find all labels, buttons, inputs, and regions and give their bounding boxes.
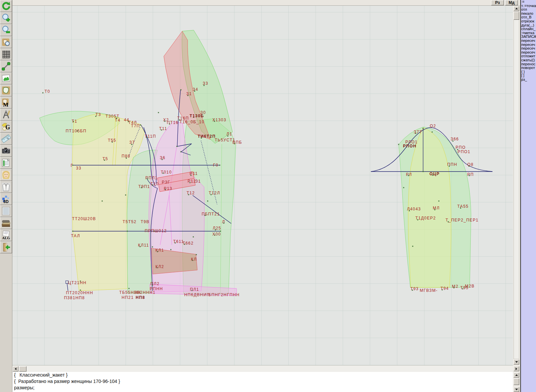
undo-button[interactable] xyxy=(0,0,12,12)
status-scrollbar-thumb[interactable] xyxy=(514,378,519,385)
point-label: Р13 xyxy=(164,186,173,191)
command-item[interactable]: сжать(() xyxy=(521,58,536,62)
rz-button[interactable]: Рз xyxy=(491,0,504,5)
point-label: Л25 xyxy=(213,226,221,231)
algorithm-button[interactable]: ALG xyxy=(0,229,12,241)
point-label: Х00 xyxy=(212,232,221,237)
point-marker xyxy=(158,112,159,113)
zoom-out-icon xyxy=(1,25,11,35)
point-label: Г0 xyxy=(213,163,218,168)
view-3d-button[interactable]: 3D xyxy=(0,193,12,205)
program-line: { Классический_жакет } xyxy=(12,372,513,378)
vertical-scrollbar-track[interactable] xyxy=(514,11,519,359)
program-text-area[interactable]: { Классический_жакет } { Разработано на … xyxy=(12,372,513,392)
svg-text:G: G xyxy=(5,124,10,131)
vertical-scrollbar-thumb[interactable] xyxy=(514,12,519,20)
zoom-out-button[interactable] xyxy=(0,24,12,36)
image-button[interactable] xyxy=(0,72,12,84)
measure-icon xyxy=(1,62,11,71)
point-marker xyxy=(412,246,413,247)
books-icon xyxy=(1,218,11,228)
scroll-left-button[interactable] xyxy=(13,366,18,372)
point-marker xyxy=(171,249,172,250)
grazia-button[interactable]: G xyxy=(0,121,12,133)
point-marker xyxy=(423,128,424,129)
command-item[interactable]: пересеч xyxy=(521,39,536,43)
point-label: Т_ПЕР2_ПЕР1 xyxy=(446,218,479,222)
point-label: З1 xyxy=(186,91,192,96)
arrow-left-icon xyxy=(15,368,16,370)
point-marker xyxy=(439,201,440,202)
command-item[interactable]: поворот xyxy=(521,66,536,70)
point-label: ПТ16 xyxy=(167,120,179,125)
scroll-down-button[interactable] xyxy=(514,360,519,365)
horizontal-scrollbar xyxy=(12,365,513,372)
ruler-button[interactable]: 8 xyxy=(0,133,12,145)
point-label: Т010 xyxy=(161,170,172,175)
point-label: Л4043 xyxy=(407,207,421,211)
point-label: НП6ДВНИП xyxy=(184,292,210,297)
point-label: З4 xyxy=(193,87,198,92)
command-item[interactable]: := xyxy=(521,0,536,4)
command-item[interactable]: пересеч xyxy=(521,47,536,51)
point-label: Т662 xyxy=(183,241,194,246)
point-marker xyxy=(129,288,130,289)
portrait-icon xyxy=(1,170,11,180)
command-item[interactable]: отрезок xyxy=(521,19,536,23)
point-marker xyxy=(102,201,103,202)
compass-icon xyxy=(1,110,11,119)
document-button[interactable] xyxy=(0,205,12,217)
arrow-down-icon xyxy=(515,361,518,363)
zoom-in-button[interactable] xyxy=(0,12,12,24)
status-scroll-right-button[interactable] xyxy=(514,366,519,371)
piece-preview-icon xyxy=(1,38,11,47)
status-scroll-down-button[interactable] xyxy=(514,387,519,392)
point-label: Т10 xyxy=(150,182,159,186)
3d-icon: 3D xyxy=(1,194,11,204)
point-label: КЛ1 xyxy=(155,248,164,253)
point-label: Л xyxy=(222,219,225,224)
point-label: Р11 xyxy=(190,171,198,176)
measure-button[interactable] xyxy=(0,60,12,72)
drawing-canvas[interactable]: Т0Т1Т3Т305ТТ444Т4ЛТ7ППТ105БПТ55З7Т5П88Г3… xyxy=(12,6,513,365)
pattern-text-button[interactable]: M xyxy=(0,96,12,109)
grid-icon xyxy=(1,50,11,59)
books-button[interactable] xyxy=(0,217,12,229)
command-item[interactable]: сплайн_ xyxy=(521,27,536,31)
grid-button[interactable] xyxy=(0,48,12,60)
garment-button[interactable] xyxy=(0,181,12,193)
pattern-button[interactable] xyxy=(0,84,12,96)
point-marker xyxy=(432,132,433,133)
point-marker xyxy=(181,151,182,152)
camera-button[interactable] xyxy=(0,145,12,157)
point-label: ПРПШ012 xyxy=(145,228,167,233)
image-icon xyxy=(1,74,11,83)
point-marker xyxy=(193,237,194,238)
command-item[interactable]: рз_ xyxy=(521,78,536,82)
model-photo-button[interactable] xyxy=(0,169,12,181)
point-marker xyxy=(398,144,399,145)
point-label: Т11П xyxy=(145,134,156,139)
md-button[interactable]: Мд xyxy=(505,0,518,5)
status-scroll-up-button[interactable] xyxy=(514,373,519,378)
table-button[interactable] xyxy=(0,157,12,169)
compass-button[interactable] xyxy=(0,109,12,121)
point-label: Т9П1 xyxy=(138,184,150,189)
point-label: МГВЗМ- xyxy=(420,288,438,293)
preview-button[interactable] xyxy=(0,36,12,48)
arrow-down-icon xyxy=(515,389,518,390)
grazia-g-icon: G xyxy=(1,122,11,131)
point-label: БПНГ2НГПНН xyxy=(208,292,240,297)
ruler-icon: 8 xyxy=(1,134,11,143)
scroll-up-button[interactable] xyxy=(514,6,519,11)
command-panel: :=т.:=точкаотлпекалоотл_Вотрезокдуга(,,,… xyxy=(520,0,536,392)
horizontal-scrollbar-thumb[interactable] xyxy=(19,366,26,372)
point-marker xyxy=(43,92,44,93)
point-label: Т55 xyxy=(108,138,116,143)
point-label: Т5 xyxy=(103,156,108,161)
point-label: Т11 xyxy=(159,126,167,131)
point-label: ПТ105БП xyxy=(66,129,86,133)
exit-button[interactable] xyxy=(0,241,12,253)
point-label: Т1Д0ЕР2 xyxy=(415,216,436,220)
point-label: З6 xyxy=(160,155,165,160)
